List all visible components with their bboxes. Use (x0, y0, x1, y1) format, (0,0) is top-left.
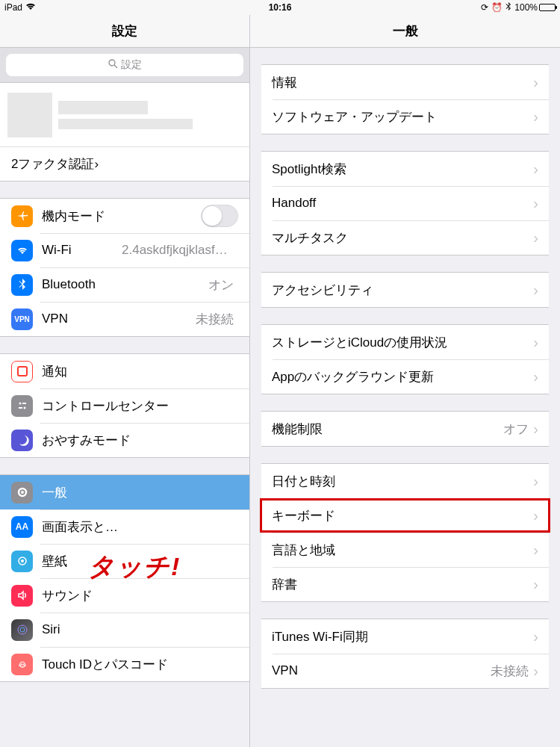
chevron-right-icon: › (533, 421, 538, 436)
alarm-icon: ⏰ (491, 2, 503, 13)
chevron-right-icon: › (533, 230, 538, 245)
bluetooth-value: オン (208, 276, 234, 294)
device-label: iPad (4, 2, 22, 13)
profile-subtitle-redacted (58, 119, 193, 129)
svg-point-4 (23, 407, 25, 409)
storage-label: ストレージとiCloudの使用状況 (272, 334, 533, 351)
multitask-label: マルチタスク (272, 229, 533, 247)
vpn-icon: VPN (11, 309, 33, 330)
detail-item-background-refresh[interactable]: Appのバックグラウンド更新 › (261, 359, 549, 394)
orientation-lock-icon: ⟳ (481, 2, 488, 13)
detail-item-keyboard[interactable]: キーボード › (261, 498, 549, 533)
detail-item-dictionary[interactable]: 辞書 › (261, 567, 549, 601)
airplane-toggle[interactable] (201, 205, 238, 227)
battery-icon (539, 4, 556, 11)
display-icon: AA (11, 516, 33, 538)
wifi-icon (25, 2, 36, 13)
two-factor-row[interactable]: 2ファクタ認証 › (0, 146, 249, 181)
sidebar: 設定 2ファクタ認証 › 機内モード (0, 48, 250, 747)
spotlight-label: Spotlight検索 (272, 161, 533, 178)
sidebar-item-wifi[interactable]: Wi-Fi 2.4askdfjkqjklasfdlbk... (0, 233, 249, 267)
svg-rect-5 (19, 407, 22, 409)
chevron-right-icon: › (533, 508, 538, 523)
datetime-label: 日付と時刻 (272, 473, 533, 490)
detail-item-spotlight[interactable]: Spotlight検索 › (261, 152, 549, 186)
itunes-wifi-label: iTunes Wi-Fi同期 (272, 628, 533, 645)
search-icon (108, 59, 118, 71)
sidebar-item-notifications[interactable]: 通知 (0, 354, 249, 388)
chevron-right-icon: › (533, 663, 538, 678)
search-input[interactable]: 設定 (6, 54, 243, 76)
avatar (7, 93, 52, 137)
sidebar-item-control-center[interactable]: コントロールセンター (0, 388, 249, 423)
bluetooth-icon (505, 2, 511, 13)
notifications-icon (11, 361, 33, 382)
sidebar-item-dnd[interactable]: おやすみモード (0, 423, 249, 457)
airplane-icon (11, 205, 33, 227)
dictionary-label: 辞書 (272, 576, 533, 593)
display-label: 画面表示と… (42, 518, 238, 536)
detail-item-handoff[interactable]: Handoff › (261, 186, 549, 220)
language-region-label: 言語と地域 (272, 542, 533, 559)
svg-point-7 (21, 491, 24, 494)
detail-item-restrictions[interactable]: 機能制限 オフ › (261, 412, 549, 446)
detail-item-datetime[interactable]: 日付と時刻 › (261, 464, 549, 498)
detail-item-storage[interactable]: ストレージとiCloudの使用状況 › (261, 325, 549, 359)
wifi-icon (11, 240, 33, 261)
sidebar-item-general[interactable]: 一般 (0, 475, 249, 509)
svg-point-10 (18, 625, 27, 634)
touchid-icon (11, 654, 33, 675)
chevron-right-icon: › (533, 369, 538, 384)
dnd-label: おやすみモード (42, 432, 238, 449)
detail-item-multitask[interactable]: マルチタスク › (261, 220, 549, 255)
svg-rect-3 (22, 403, 26, 404)
sidebar-item-wallpaper[interactable]: 壁紙 (0, 544, 249, 578)
gear-icon (11, 482, 33, 503)
status-bar: iPad 10:16 ⟳ ⏰ 100% (0, 0, 560, 15)
detail-item-software-update[interactable]: ソフトウェア・アップデート › (261, 99, 549, 134)
sidebar-title: 設定 (0, 15, 250, 47)
software-update-label: ソフトウェア・アップデート (272, 108, 533, 125)
sidebar-item-airplane[interactable]: 機内モード (0, 199, 249, 233)
restrictions-value: オフ (503, 421, 529, 438)
chevron-right-icon: › (533, 629, 538, 644)
airplane-label: 機内モード (42, 208, 201, 225)
svg-point-2 (19, 403, 21, 405)
detail-item-accessibility[interactable]: アクセシビリティ › (261, 273, 549, 307)
detail-item-language-region[interactable]: 言語と地域 › (261, 533, 549, 567)
wallpaper-icon (11, 551, 33, 572)
svg-point-0 (109, 60, 115, 66)
siri-label: Siri (42, 622, 238, 637)
detail-item-about[interactable]: 情報 › (261, 65, 549, 99)
accessibility-label: アクセシビリティ (272, 282, 533, 299)
svg-point-11 (20, 627, 25, 632)
detail-item-itunes-wifi[interactable]: iTunes Wi-Fi同期 › (261, 619, 549, 654)
sidebar-item-vpn[interactable]: VPN VPN 未接続 (0, 302, 249, 336)
vpn-value: 未接続 (196, 311, 234, 328)
chevron-right-icon: › (533, 75, 538, 90)
sidebar-item-siri[interactable]: Siri (0, 613, 249, 647)
sidebar-item-bluetooth[interactable]: Bluetooth オン (0, 267, 249, 302)
handoff-label: Handoff (272, 196, 533, 211)
apple-id-block[interactable]: 2ファクタ認証 › (0, 82, 249, 182)
chevron-right-icon: › (533, 109, 538, 124)
chevron-right-icon: › (533, 335, 538, 350)
chevron-right-icon: › (94, 157, 99, 172)
chevron-right-icon: › (533, 196, 538, 211)
search-placeholder: 設定 (121, 58, 142, 72)
restrictions-label: 機能制限 (272, 421, 503, 438)
bluetooth-label: Bluetooth (42, 277, 208, 292)
detail-item-vpn[interactable]: VPN 未接続 › (261, 654, 549, 688)
sidebar-item-sounds[interactable]: サウンド (0, 578, 249, 613)
wifi-label: Wi-Fi (42, 243, 122, 258)
chevron-right-icon: › (533, 474, 538, 489)
detail-title: 一般 (250, 15, 560, 47)
chevron-right-icon: › (533, 282, 538, 297)
dnd-icon (11, 430, 33, 451)
sidebar-item-touchid[interactable]: Touch IDとパスコード (0, 647, 249, 681)
chevron-right-icon: › (533, 577, 538, 592)
wifi-value: 2.4askdfjkqjklasfdlbk... (122, 243, 234, 258)
vpn-label: VPN (42, 311, 196, 326)
sidebar-item-display[interactable]: AA 画面表示と… (0, 509, 249, 544)
profile-name-redacted (58, 101, 148, 114)
